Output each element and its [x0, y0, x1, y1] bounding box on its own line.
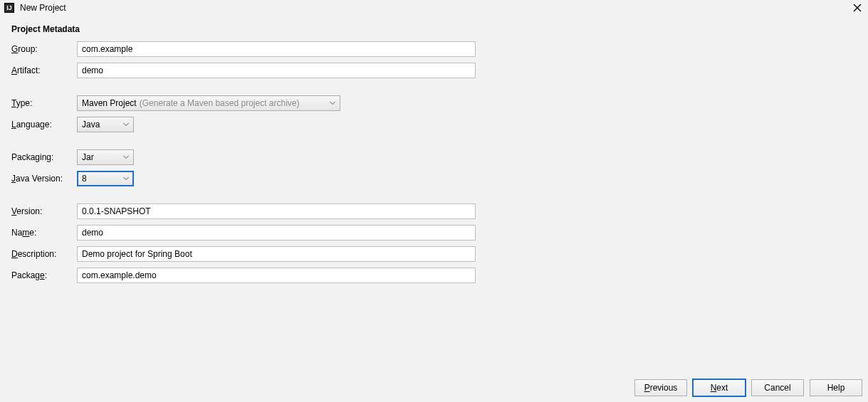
packaging-label: Packaging:	[11, 152, 73, 162]
version-label: Version:	[11, 206, 73, 216]
package-label: Package:	[11, 270, 73, 280]
next-button[interactable]: Next	[693, 379, 746, 396]
titlebar: IJ New Project	[0, 0, 868, 16]
chevron-down-icon	[123, 177, 129, 181]
section-title: Project Metadata	[11, 24, 857, 34]
java-version-label: Java Version:	[11, 174, 73, 184]
packaging-select[interactable]: Jar	[77, 149, 134, 165]
dialog-content: Project Metadata Group: Artifact: Type: …	[0, 16, 868, 292]
name-input[interactable]	[77, 225, 476, 240]
app-icon: IJ	[4, 3, 14, 13]
version-input[interactable]	[77, 203, 476, 219]
name-label: Name:	[11, 228, 73, 238]
button-bar: Previous Next Cancel Help	[634, 379, 862, 396]
language-select-value: Java	[82, 120, 100, 129]
chevron-down-icon	[330, 102, 335, 105]
chevron-down-icon	[123, 156, 129, 159]
description-input[interactable]	[77, 246, 476, 262]
type-label: Type:	[11, 98, 73, 108]
description-label: Description:	[11, 249, 73, 259]
cancel-button[interactable]: Cancel	[751, 379, 804, 396]
java-version-select-value: 8	[82, 174, 87, 184]
group-input[interactable]	[77, 41, 476, 57]
metadata-form: Group: Artifact: Type: Maven Project (Ge…	[11, 41, 857, 283]
window-title: New Project	[20, 3, 66, 13]
type-select[interactable]: Maven Project (Generate a Maven based pr…	[77, 95, 340, 111]
java-version-select[interactable]: 8	[77, 171, 134, 186]
chevron-down-icon	[123, 123, 129, 127]
language-select[interactable]: Java	[77, 117, 134, 132]
package-input[interactable]	[77, 268, 476, 283]
close-icon[interactable]	[851, 1, 864, 14]
help-button[interactable]: Help	[810, 379, 862, 396]
previous-button[interactable]: Previous	[634, 379, 687, 396]
type-select-value: Maven Project	[82, 98, 137, 108]
artifact-label: Artifact:	[11, 65, 73, 75]
group-label: Group:	[11, 44, 73, 54]
type-select-hint: (Generate a Maven based project archive)	[140, 98, 300, 108]
packaging-select-value: Jar	[82, 152, 94, 162]
language-label: Language:	[11, 120, 73, 129]
artifact-input[interactable]	[77, 63, 476, 78]
